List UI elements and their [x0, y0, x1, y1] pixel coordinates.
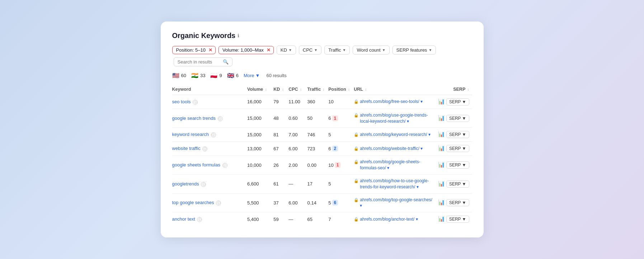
serp-button[interactable]: SERP ▼: [446, 98, 469, 105]
serp-button[interactable]: SERP ▼: [446, 180, 469, 188]
flag-us[interactable]: 🇺🇸 60: [172, 72, 186, 79]
url-link[interactable]: 🔒ahrefs.com/blog/use-google-trends-local…: [354, 112, 433, 124]
cell-traffic: 360: [307, 95, 329, 109]
th-position[interactable]: Position ↕: [328, 84, 354, 95]
cell-keyword: website traffic ⓘ: [172, 142, 248, 156]
cell-position: 10: [328, 95, 354, 109]
serp-button[interactable]: SERP ▼: [446, 161, 469, 169]
card-header: Organic Keywords ℹ: [172, 32, 472, 40]
flag-pl[interactable]: 🇵🇱 9: [210, 72, 222, 79]
th-serp[interactable]: SERP ↕: [437, 84, 472, 95]
url-link[interactable]: 🔒ahrefs.com/blog/how-to-use-google-trend…: [354, 178, 433, 190]
th-traffic[interactable]: Traffic ↕: [307, 84, 329, 95]
th-cpc[interactable]: CPC ↕: [288, 84, 307, 95]
url-link[interactable]: 🔒ahrefs.com/blog/website-traffic/ ▾: [354, 146, 433, 152]
position-filter-chip[interactable]: Position: 5–10 ✕: [172, 46, 216, 54]
wordcount-filter-label: Word count: [357, 47, 380, 53]
keyword-info-icon[interactable]: ⓘ: [222, 163, 227, 168]
serp-features-filter-button[interactable]: SERP features ▼: [392, 46, 436, 55]
chart-icon[interactable]: 📊: [438, 216, 445, 222]
serp-button[interactable]: SERP ▼: [446, 145, 469, 152]
flag-in[interactable]: 🇮🇳 33: [191, 72, 205, 79]
keyword-info-icon[interactable]: ⓘ: [202, 146, 207, 151]
gb-count: 6: [236, 73, 239, 78]
cell-url: 🔒ahrefs.com/blog/anchor-text/ ▾: [354, 212, 436, 226]
cell-volume: 5,500: [247, 193, 273, 212]
search-input[interactable]: [178, 59, 221, 65]
lock-icon: 🔒: [354, 113, 359, 118]
cell-kd: 81: [273, 128, 288, 142]
cell-cpc: —: [288, 175, 307, 194]
th-url[interactable]: URL ↕: [354, 84, 436, 95]
cell-volume: 6,600: [247, 175, 273, 194]
lock-icon: 🔒: [354, 178, 359, 184]
volume-filter-chip[interactable]: Volume: 1,000–Max ✕: [218, 46, 274, 54]
serp-chevron-icon: ▼: [462, 200, 466, 205]
serp-button[interactable]: SERP ▼: [446, 115, 469, 122]
cell-kd: 48: [273, 109, 288, 128]
keyword-link[interactable]: google sheets formulas: [172, 162, 220, 168]
cell-url: 🔒ahrefs.com/blog/free-seo-tools/ ▾: [354, 95, 436, 109]
serp-chevron-icon: ▼: [462, 146, 466, 151]
th-kd[interactable]: KD ↕: [273, 84, 288, 95]
cell-kd: 37: [273, 193, 288, 212]
keyword-info-icon[interactable]: ⓘ: [193, 100, 198, 105]
url-link[interactable]: 🔒ahrefs.com/blog/top-google-searches/ ▾: [354, 197, 433, 209]
chart-icon[interactable]: 📊: [438, 199, 445, 206]
traffic-filter-button[interactable]: Traffic ▼: [324, 46, 350, 55]
keyword-link[interactable]: keyword research: [172, 132, 209, 137]
wordcount-filter-button[interactable]: Word count ▼: [353, 46, 389, 55]
url-link[interactable]: 🔒ahrefs.com/blog/keyword-research/ ▾: [354, 132, 433, 138]
keyword-link[interactable]: website traffic: [172, 146, 201, 151]
serp-button[interactable]: SERP ▼: [446, 199, 469, 206]
keyword-info-icon[interactable]: ⓘ: [216, 201, 221, 206]
chart-icon[interactable]: 📊: [438, 161, 445, 168]
cell-cpc: 6.00: [288, 193, 307, 212]
volume-chip-close[interactable]: ✕: [267, 47, 271, 53]
url-link[interactable]: 🔒ahrefs.com/blog/google-sheets-formulas-…: [354, 159, 433, 171]
more-flags-button[interactable]: More ▼: [244, 73, 260, 78]
cell-url: 🔒ahrefs.com/blog/website-traffic/ ▾: [354, 142, 436, 156]
serp-button[interactable]: SERP ▼: [446, 216, 469, 223]
th-volume[interactable]: Volume ↕: [247, 84, 273, 95]
url-link[interactable]: 🔒ahrefs.com/blog/free-seo-tools/ ▾: [354, 99, 433, 105]
chart-icon[interactable]: 📊: [438, 131, 445, 137]
search-box[interactable]: 🔍: [174, 57, 232, 66]
cell-serp: 📊 SERP ▼: [437, 95, 472, 109]
th-keyword: Keyword: [172, 84, 248, 95]
kd-filter-button[interactable]: KD ▼: [277, 46, 296, 55]
position-chip-close[interactable]: ✕: [208, 47, 212, 53]
keyword-link[interactable]: anchor text: [172, 216, 195, 222]
chart-icon[interactable]: 📊: [438, 115, 445, 121]
keyword-link[interactable]: googletrends: [172, 181, 199, 187]
keyword-info-icon[interactable]: ⓘ: [218, 116, 223, 121]
serp-button[interactable]: SERP ▼: [446, 131, 469, 138]
keyword-info-icon[interactable]: ⓘ: [197, 217, 202, 222]
card-info-icon[interactable]: ℹ: [238, 33, 239, 38]
keyword-link[interactable]: seo tools: [172, 99, 191, 104]
chart-icon[interactable]: 📊: [438, 98, 445, 105]
cell-keyword: keyword research ⓘ: [172, 128, 248, 142]
cell-position: 7: [328, 212, 354, 226]
volume-chip-label: Volume: 1,000–Max: [222, 47, 264, 53]
table-row: website traffic ⓘ13,000676.007236 2🔒ahre…: [172, 142, 472, 156]
serp-chevron-icon: ▼: [462, 182, 466, 187]
keyword-info-icon[interactable]: ⓘ: [201, 182, 206, 187]
cell-traffic: 17: [307, 175, 329, 194]
keywords-table: Keyword Volume ↕ KD ↕ CPC ↕ Traffic ↕: [172, 84, 472, 226]
cell-traffic: 65: [307, 212, 329, 226]
cell-kd: 26: [273, 156, 288, 175]
cpc-filter-button[interactable]: CPC ▼: [299, 46, 321, 55]
flag-gb[interactable]: 🇬🇧 6: [227, 72, 239, 79]
cell-url: 🔒ahrefs.com/blog/how-to-use-google-trend…: [354, 175, 436, 194]
cell-cpc: —: [288, 212, 307, 226]
cell-kd: 67: [273, 142, 288, 156]
chart-icon[interactable]: 📊: [438, 145, 445, 151]
chart-icon[interactable]: 📊: [438, 180, 445, 187]
keyword-info-icon[interactable]: ⓘ: [211, 132, 216, 137]
url-link[interactable]: 🔒ahrefs.com/blog/anchor-text/ ▾: [354, 216, 433, 222]
keyword-link[interactable]: top google searches: [172, 200, 214, 205]
position-value: 5 6: [328, 200, 338, 206]
position-value: 7: [328, 217, 331, 222]
keyword-link[interactable]: google search trends: [172, 116, 216, 121]
